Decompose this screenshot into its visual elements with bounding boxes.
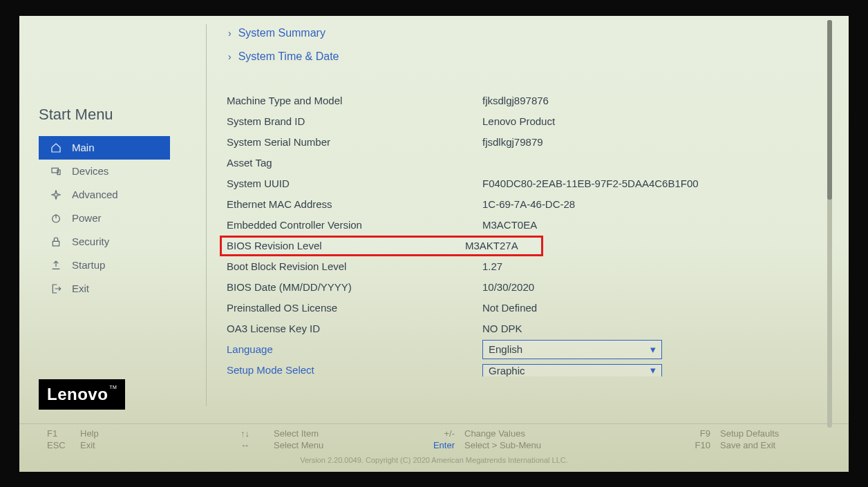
sidebar-item-advanced[interactable]: Advanced — [39, 183, 192, 207]
copyright: Version 2.20.0049. Copyright (C) 2020 Am… — [19, 456, 849, 464]
row-asset-tag: Asset Tag — [227, 153, 849, 173]
chevron-right-icon: › — [228, 51, 232, 62]
hint-select-menu: ↔Select Menu — [240, 440, 427, 450]
chevron-down-icon: ▾ — [650, 343, 656, 356]
sidebar-item-label: Advanced — [72, 189, 118, 200]
label: System Serial Number — [227, 136, 482, 148]
sidebar-item-startup[interactable]: Startup — [39, 254, 192, 277]
row-ec-version: Embedded Controller Version M3ACT0EA — [227, 215, 849, 236]
chevron-down-icon: ▾ — [650, 364, 656, 376]
label: Asset Tag — [227, 157, 482, 169]
row-oa3-key: OA3 License Key ID NO DPK — [227, 318, 849, 339]
hint-change-values: +/-Change Values — [427, 428, 621, 439]
label: Ethernet MAC Address — [227, 198, 482, 210]
value: NO DPK — [482, 323, 522, 334]
row-bios-revision-highlighted: BIOS Revision Level M3AKT27A — [220, 236, 543, 256]
submenu-system-summary[interactable]: › System Summary — [227, 27, 849, 39]
language-select[interactable]: English ▾ — [482, 340, 662, 359]
value: Lenovo Product — [482, 115, 555, 127]
value: F040DC80-2EAB-11EB-97F2-5DAA4C6B1F00 — [482, 178, 699, 189]
submenu-system-time-date[interactable]: › System Time & Date — [227, 50, 849, 63]
row-bios-date: BIOS Date (MM/DD/YYYY) 10/30/2020 — [227, 277, 849, 298]
label: BIOS Date (MM/DD/YYYY) — [227, 281, 482, 293]
sidebar-item-label: Startup — [72, 259, 105, 271]
row-mac: Ethernet MAC Address 1C-69-7A-46-DC-28 — [227, 194, 849, 215]
sidebar-item-power[interactable]: Power — [39, 207, 192, 230]
row-language: Language English ▾ — [227, 339, 849, 360]
value: fjsdlkgj79879 — [482, 136, 543, 148]
label: Embedded Controller Version — [227, 219, 482, 231]
value: 10/30/2020 — [482, 281, 534, 293]
sidebar-item-label: Exit — [72, 283, 89, 294]
devices-icon — [48, 166, 64, 177]
label: System UUID — [227, 178, 482, 189]
footer-keys: F1Help ESCExit ↑↓Select Item ↔Select Men… — [19, 424, 849, 450]
sidebar-item-label: Power — [72, 212, 102, 224]
row-uuid: System UUID F040DC80-2EAB-11EB-97F2-5DAA… — [227, 173, 849, 194]
sidebar-item-label: Devices — [72, 165, 108, 177]
lenovo-logo: LenovoTM — [39, 379, 125, 410]
info-rows: Machine Type and Model fjksdlgj897876 Sy… — [227, 90, 849, 381]
label: Preinstalled OS License — [227, 302, 482, 314]
scrollbar-thumb[interactable] — [827, 20, 832, 200]
svg-rect-1 — [57, 170, 60, 175]
footer: F1Help ESCExit ↑↓Select Item ↔Select Men… — [19, 423, 849, 472]
row-os-license: Preinstalled OS License Not Defined — [227, 298, 849, 318]
svg-rect-4 — [53, 241, 59, 246]
value: fjksdlgj897876 — [482, 95, 549, 106]
submenu-label: System Summary — [238, 27, 326, 39]
sidebar-item-label: Security — [72, 236, 109, 247]
value: M3AKT27A — [465, 240, 518, 251]
label: OA3 License Key ID — [227, 323, 482, 334]
scrollbar[interactable] — [827, 20, 832, 428]
row-serial: System Serial Number fjsdlkgj79879 — [227, 132, 849, 153]
row-machine-type: Machine Type and Model fjksdlgj897876 — [227, 90, 849, 111]
body-area: Start Menu Main Devices — [19, 16, 849, 423]
value: M3ACT0EA — [482, 219, 537, 231]
upload-icon — [48, 260, 64, 271]
label: Machine Type and Model — [227, 95, 482, 106]
vertical-divider — [206, 24, 207, 406]
select-value: Graphic — [489, 365, 525, 376]
value: Not Defined — [482, 302, 537, 314]
menu-list: Main Devices Advanced — [39, 136, 192, 300]
label: Boot Block Revision Level — [227, 260, 482, 272]
row-boot-block: Boot Block Revision Level 1.27 — [227, 256, 849, 277]
submenu-label: System Time & Date — [238, 50, 339, 63]
value: 1.27 — [482, 260, 502, 272]
hint-f9-defaults: F9Setup Defaults — [683, 428, 821, 439]
value: 1C-69-7A-46-DC-28 — [482, 198, 575, 210]
start-menu-title: Start Menu — [39, 106, 192, 124]
setup-mode-select[interactable]: Graphic ▾ — [482, 364, 662, 376]
hint-f10-save-exit: F10Save and Exit — [683, 440, 821, 450]
hint-enter-submenu: EnterSelect > Sub-Menu — [427, 440, 621, 450]
sidebar-item-devices[interactable]: Devices — [39, 160, 192, 183]
sidebar-item-exit[interactable]: Exit — [39, 277, 192, 300]
sidebar: Start Menu Main Devices — [19, 16, 192, 423]
exit-icon — [48, 283, 64, 294]
home-icon — [48, 142, 64, 153]
main-content: › System Summary › System Time & Date Ma… — [192, 16, 849, 423]
hint-esc-exit: ESCExit — [47, 440, 220, 450]
row-brand: System Brand ID Lenovo Product — [227, 111, 849, 132]
hint-select-item: ↑↓Select Item — [240, 428, 427, 439]
hint-f1-help: F1Help — [47, 428, 220, 439]
label: Setup Mode Select — [227, 364, 482, 376]
label: System Brand ID — [227, 115, 482, 127]
power-icon — [48, 213, 64, 224]
row-setup-mode: Setup Mode Select Graphic ▾ — [227, 360, 849, 381]
sidebar-item-label: Main — [72, 142, 95, 153]
sidebar-item-security[interactable]: Security — [39, 230, 192, 254]
select-value: English — [489, 343, 522, 355]
lock-icon — [48, 236, 64, 247]
label: BIOS Revision Level — [227, 240, 465, 251]
chevron-right-icon: › — [228, 28, 232, 39]
sidebar-item-main[interactable]: Main — [39, 136, 170, 160]
bios-screen: Start Menu Main Devices — [19, 16, 849, 472]
label: Language — [227, 343, 482, 355]
spark-icon — [48, 189, 64, 200]
